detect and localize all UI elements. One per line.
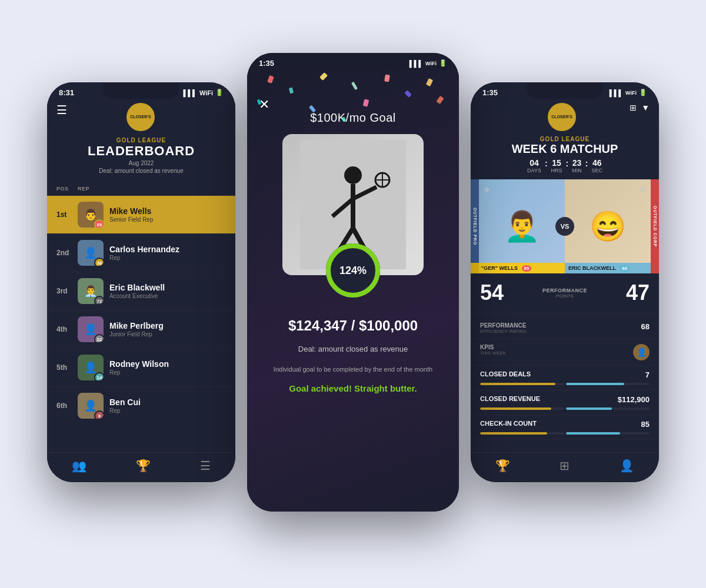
lb-row-6[interactable]: 6th 👤 8 Ben Cui Rep bbox=[47, 387, 235, 425]
pos-5: 5th bbox=[56, 363, 78, 372]
goal-note-text: Individual goal to be completed by the e… bbox=[274, 366, 432, 373]
rep-title-4: Junior Field Rep bbox=[109, 331, 226, 338]
right-nav-trophy[interactable]: 🏆 bbox=[495, 459, 510, 473]
leaderboard-list: 1st 👨 89 Mike Wells Senior Field Rep 2nd… bbox=[47, 196, 235, 425]
rep-info-3: Eric Blackwell Account Executive bbox=[109, 283, 226, 299]
kpi-fill-1a bbox=[480, 383, 555, 385]
badge-1: 89 bbox=[94, 219, 104, 228]
rep-name-4: Mike Perlberg bbox=[109, 321, 226, 330]
kpi-header-2: Closed Revenue $112,900 bbox=[480, 395, 650, 404]
avatar-4: 👤 22 bbox=[78, 316, 104, 342]
pos-3: 3rd bbox=[56, 287, 78, 295]
lb-row-2[interactable]: 2nd 👤 36 Carlos Hernandez Rep bbox=[47, 234, 235, 272]
svg-point-1 bbox=[344, 166, 362, 184]
vs-badge: VS bbox=[555, 217, 574, 236]
pos-1: 1st bbox=[56, 211, 78, 219]
kpi-bar-bg-2b bbox=[566, 407, 650, 410]
rep-name-3: Eric Blackwell bbox=[109, 283, 226, 292]
filter-icon[interactable]: ⊞ bbox=[630, 103, 637, 112]
matchup-header: CLOSER'S ⊞ ▼ GOLD LEAGUE WEEK 6 MATCHUP … bbox=[471, 99, 659, 179]
player-name-tag-right: ERIC BLACKWELL 68 bbox=[565, 263, 659, 273]
center-status-icons: ▌▌▌ WiFi 🔋 bbox=[409, 59, 447, 67]
diamond-right: ◆ bbox=[640, 184, 646, 193]
perf-row-val: 68 bbox=[641, 322, 650, 334]
right-time: 1:35 bbox=[482, 88, 498, 97]
timer-sec: 46 SEC bbox=[591, 158, 602, 173]
rep-title-1: Senior Field Rep bbox=[109, 216, 226, 223]
kpi-fill-2a bbox=[480, 407, 551, 410]
goal-amount-label: Deal: amount closed as revenue bbox=[298, 345, 408, 353]
kpi-header-1: Closed Deals 7 bbox=[480, 370, 650, 379]
goal-note: Individual goal to be completed by the e… bbox=[262, 365, 444, 375]
player-name-tag-left: "GER" WELLS 89 bbox=[471, 263, 565, 273]
nav-people-icon[interactable]: 👥 bbox=[72, 459, 86, 473]
badge-3: 72 bbox=[94, 296, 104, 304]
team-label-right: OUTFIELD CORP bbox=[651, 179, 659, 273]
pos-2: 2nd bbox=[56, 249, 78, 257]
kpi-bar-bg-3a bbox=[480, 432, 564, 435]
badge-2: 36 bbox=[94, 258, 104, 266]
left-phone: 8:31 ▌▌▌ WiFi 🔋 ☰ CLOSER'S bbox=[47, 82, 235, 482]
lb-row-4[interactable]: 4th 👤 22 Mike Perlberg Junior Field Rep bbox=[47, 310, 235, 349]
phones-container: 8:31 ▌▌▌ WiFi 🔋 ☰ CLOSER'S bbox=[29, 24, 677, 564]
nav-trophy-icon[interactable]: 🏆 bbox=[136, 459, 151, 473]
nav-list-icon[interactable]: ☰ bbox=[200, 459, 211, 473]
kpi-bar-bg-3b bbox=[566, 432, 650, 435]
kpi-row-3: Check-in Count 85 bbox=[471, 415, 659, 440]
left-bottom-nav: 👥 🏆 ☰ bbox=[47, 452, 235, 482]
timer-days: 04 DAYS bbox=[527, 158, 541, 173]
rep-title-5: Rep bbox=[109, 369, 226, 376]
rep-name-1: Mike Wells bbox=[109, 206, 226, 216]
perf-row-sub: EFFICIENCY RATING bbox=[480, 329, 527, 334]
rep-title-6: Rep bbox=[109, 407, 226, 414]
lb-row-1[interactable]: 1st 👨 89 Mike Wells Senior Field Rep bbox=[47, 196, 235, 234]
logo-badge: CLOSER'S bbox=[126, 103, 155, 131]
kpi-val-1: 7 bbox=[645, 370, 650, 379]
center-notch bbox=[315, 53, 391, 69]
kpi-val-3: 85 bbox=[641, 420, 650, 429]
logo-text: CLOSER'S bbox=[130, 115, 151, 119]
lb-row-5[interactable]: 5th 👤 14 Rodney Wilson Rep bbox=[47, 349, 235, 387]
perf-row-left: PERFORMANCE EFFICIENCY RATING bbox=[480, 322, 527, 334]
rep-title-2: Rep bbox=[109, 255, 226, 261]
kpis-sub: THIS WEEK bbox=[480, 350, 506, 356]
close-button[interactable]: ✕ bbox=[259, 97, 269, 112]
right-nav-person[interactable]: 👤 bbox=[620, 459, 634, 473]
menu-icon[interactable]: ☰ bbox=[56, 103, 67, 117]
kpi-name-1: Closed Deals bbox=[480, 370, 531, 377]
rep-info-4: Mike Perlberg Junior Field Rep bbox=[109, 321, 226, 338]
goal-screen: ✕ $100K/mo Goal bbox=[247, 70, 459, 512]
right-status-icons: ▌▌▌ WiFi 🔋 bbox=[610, 89, 647, 96]
performance-row: PERFORMANCE EFFICIENCY RATING 68 bbox=[471, 318, 659, 339]
avatar-5: 👤 14 bbox=[78, 355, 104, 380]
left-notch bbox=[103, 82, 179, 99]
kpi-row-1: Closed Deals 7 bbox=[471, 366, 659, 390]
kpi-bar-bg-2a bbox=[480, 407, 564, 410]
timer-hrs: 15 HRS bbox=[551, 158, 562, 173]
avatar-2: 👤 36 bbox=[78, 240, 104, 266]
kpi-name-3: Check-in Count bbox=[480, 420, 537, 427]
avatar-1: 👨 89 bbox=[78, 202, 104, 228]
avatar-3: 👨‍💼 72 bbox=[78, 278, 104, 304]
left-status-icons: ▌▌▌ WiFi 🔋 bbox=[183, 89, 224, 96]
progress-ring: 124% bbox=[325, 242, 381, 301]
right-logo-badge: CLOSER'S bbox=[548, 103, 576, 131]
svg-text:124%: 124% bbox=[339, 265, 367, 276]
score-mid: PERFORMANCE POINTS bbox=[504, 288, 626, 299]
settings-icon[interactable]: ▼ bbox=[641, 103, 650, 112]
lb-subtitle: Aug 2022 bbox=[56, 160, 226, 166]
kpi-bar-2 bbox=[480, 407, 650, 410]
kpi-header-3: Check-in Count 85 bbox=[480, 420, 650, 429]
league-label: GOLD LEAGUE bbox=[56, 137, 226, 143]
perf-row-label: PERFORMANCE bbox=[480, 322, 527, 329]
right-nav-grid[interactable]: ⊞ bbox=[560, 459, 570, 473]
rep-name-6: Ben Cui bbox=[109, 397, 226, 407]
rep-name-5: Rodney Wilson bbox=[109, 359, 226, 369]
lb-description: Deal: amount closed as revenue bbox=[56, 168, 226, 174]
score-left: 54 bbox=[480, 280, 504, 305]
lb-column-headers: POS REP bbox=[47, 182, 235, 196]
lb-row-3[interactable]: 3rd 👨‍💼 72 Eric Blackwell Account Execut… bbox=[47, 272, 235, 310]
kpis-label: KPIs bbox=[480, 344, 506, 350]
diamond-left: ◆ bbox=[484, 184, 490, 193]
kpi-section: PERFORMANCE EFFICIENCY RATING 68 KPIs TH… bbox=[471, 313, 659, 445]
